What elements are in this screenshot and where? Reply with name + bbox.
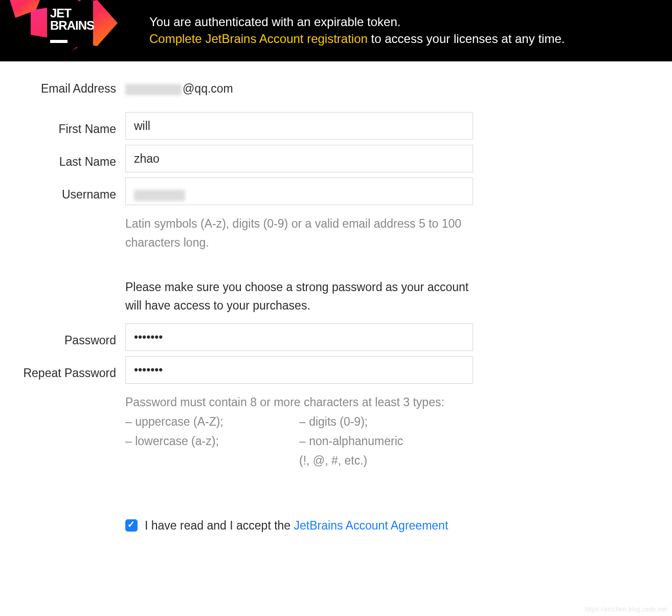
password-rules: Password must contain 8 or more characte… [125,393,473,471]
username-redacted [134,190,185,201]
last-name-input[interactable] [125,145,473,172]
rule-symbols-1: – non-alphanumeric [299,432,473,451]
repeat-password-label: Repeat Password [15,356,125,380]
first-name-label: First Name [15,112,125,136]
agreement-checkbox[interactable] [125,519,138,532]
password-message: Please make sure you choose a strong pas… [125,278,473,316]
username-help: Latin symbols (A-z), digits (0-9) or a v… [125,214,473,252]
email-label: Email Address [15,82,125,96]
email-value: @qq.com [125,82,570,96]
rule-uppercase: – uppercase (A-Z); [125,412,299,432]
agreement-text: I have read and I accept the JetBrains A… [145,517,472,535]
password-label: Password [15,323,125,347]
header-line1: You are authenticated with an expirable … [149,15,400,29]
jetbrains-logo: JET BRAINS [14,0,117,51]
username-input[interactable] [125,178,473,205]
complete-registration-link[interactable]: Complete JetBrains Account registration [149,32,368,46]
email-suffix: @qq.com [183,82,233,95]
svg-text:JET: JET [50,6,72,20]
username-label: Username [15,178,125,202]
repeat-password-input[interactable] [125,356,473,384]
header-bar: JET BRAINS You are authenticated with an… [0,0,672,61]
svg-text:BRAINS: BRAINS [50,18,95,32]
rule-lowercase: – lowercase (a-z); [125,432,299,451]
svg-rect-6 [50,40,68,43]
email-redacted [125,84,182,95]
password-input[interactable] [125,323,473,351]
agreement-prefix: I have read and I accept the [145,519,294,532]
last-name-label: Last Name [15,145,125,169]
first-name-input[interactable] [125,112,473,140]
rule-symbols-2: (!, @, #, etc.) [299,451,473,471]
password-rules-intro: Password must contain 8 or more characte… [125,393,473,412]
header-message: You are authenticated with an expirable … [149,0,565,47]
header-tail: to access your licenses at any time. [368,32,565,46]
registration-form: Email Address @qq.com First Name Last Na… [0,61,672,566]
agreement-link[interactable]: JetBrains Account Agreement [294,519,449,532]
rule-digits: – digits (0-9); [299,412,473,432]
